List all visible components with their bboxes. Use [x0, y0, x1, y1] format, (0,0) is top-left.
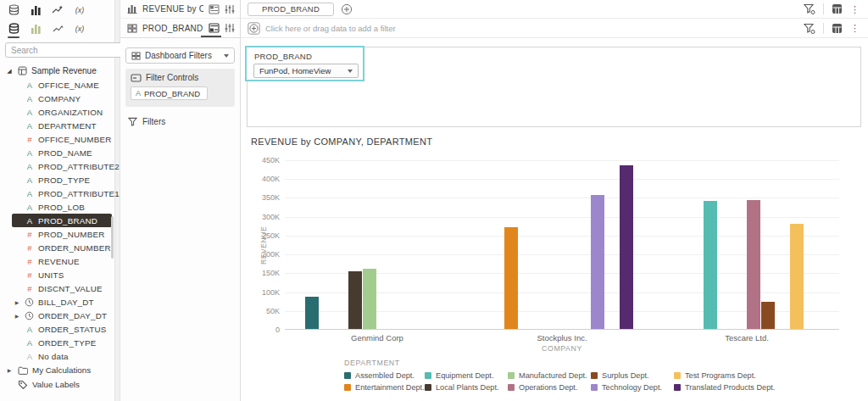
expand-caret[interactable]: ▶ [13, 299, 21, 305]
limit-values-funnel-icon[interactable] [804, 23, 815, 34]
field-list: AOFFICE_NAMEACOMPANYAORGANIZATIONADEPART… [0, 78, 114, 363]
filters-label: Filters [142, 117, 165, 126]
my-calculations-node[interactable]: ▶ My Calculations [0, 363, 114, 377]
grammar-panel-icon-active[interactable] [208, 23, 220, 34]
legend-item-equipment-dept-[interactable]: Equipment Dept. [425, 371, 493, 380]
field-prod-attribute1[interactable]: APROD_ATTRIBUTE1 [12, 187, 112, 200]
analytics-panel-icon[interactable] [51, 4, 64, 16]
value-labels-node[interactable]: Value Labels [0, 377, 114, 392]
kebab-menu-icon[interactable]: ⋮ [850, 5, 860, 14]
field-label: REVENUE [38, 257, 80, 266]
trend-tab-icon[interactable] [51, 23, 64, 35]
legend-swatch [508, 372, 515, 379]
field-units[interactable]: #UNITS [12, 268, 112, 281]
gridline [285, 160, 839, 161]
measure-icon: # [25, 270, 35, 280]
bar-translated-products-dept-[interactable] [620, 165, 633, 329]
add-canvas-filter-icon[interactable] [248, 22, 260, 35]
bar-local-plants-dept-[interactable] [348, 271, 362, 329]
field-prod-lob[interactable]: APROD_LOB [12, 200, 112, 214]
field-order-day-dt[interactable]: ▶ORDER_DAY_DT [12, 309, 112, 322]
measure-icon: # [25, 243, 35, 253]
legend-item-translated-products-dept-[interactable]: Translated Products Dept. [674, 383, 775, 392]
field-prod-name[interactable]: APROD_NAME [12, 146, 112, 159]
canvas-grid-icon[interactable] [832, 3, 843, 14]
parameters-panel-icon[interactable]: (x) [73, 4, 86, 16]
bar-chart-plot [285, 156, 839, 330]
field-label: OFFICE_NUMBER [38, 135, 111, 144]
prod-brand-control-chip[interactable]: A PROD_BRAND [131, 86, 208, 100]
legend-item-entertainment-dept-[interactable]: Entertainment Dept. [344, 383, 425, 392]
bar-manufactured-dept-[interactable] [363, 269, 376, 329]
legend-item-surplus-dept-[interactable]: Surplus Dept. [591, 371, 649, 380]
field-label: DISCNT_VALUE [38, 284, 103, 293]
bar-assembled-dept-[interactable] [305, 297, 319, 329]
field-company[interactable]: ACOMPANY [12, 92, 112, 105]
field-no-data[interactable]: ANo data [12, 349, 112, 363]
field-order-status[interactable]: AORDER_STATUS [12, 322, 112, 336]
search-input[interactable] [5, 42, 129, 58]
field-label: ORDER_DAY_DT [38, 311, 107, 320]
bar-operations-dept-[interactable] [747, 200, 760, 329]
properties-panel-icon[interactable] [224, 3, 236, 14]
field-prod-number[interactable]: #PROD_NUMBER [12, 227, 112, 241]
prod-brand-filter-control[interactable]: PROD_BRAND FunPod, HomeView [245, 46, 364, 81]
legend-item-technology-dept-[interactable]: Technology Dept. [591, 383, 662, 392]
viz-tab-prod-brand[interactable]: PROD_BRAND [120, 19, 240, 38]
scrollbar-thumb[interactable] [111, 216, 114, 259]
bar-test-programs-dept-[interactable] [790, 224, 804, 329]
dataset-expand-caret[interactable]: ◢ [5, 68, 14, 75]
field-order-type[interactable]: AORDER_TYPE [12, 336, 112, 349]
field-office-name[interactable]: AOFFICE_NAME [12, 78, 112, 92]
bar-entertainment-dept-[interactable] [504, 227, 518, 329]
canvas-grid-icon[interactable] [832, 23, 843, 34]
field-prod-brand[interactable]: APROD_BRAND [12, 214, 112, 227]
kebab-menu-icon[interactable]: ⋮ [850, 24, 860, 32]
chart-tab-icon[interactable] [29, 23, 42, 35]
legend-item-assembled-dept-[interactable]: Assembled Dept. [344, 371, 415, 380]
field-label: BILL_DAY_DT [38, 298, 94, 307]
legend-swatch [591, 372, 598, 379]
field-discnt-value[interactable]: #DISCNT_VALUE [12, 281, 112, 295]
add-filter-plus-icon[interactable] [341, 3, 353, 15]
legend-item-manufactured-dept-[interactable]: Manufactured Dept. [508, 371, 587, 380]
y-tick-label: 400K [244, 175, 280, 183]
dashboard-filters-dropdown[interactable]: Dashboard Filters [125, 47, 235, 64]
add-filter-hint[interactable]: Click here or drag data to add a filter [265, 24, 396, 33]
viz-tab-revenue[interactable]: REVENUE by COMP... [120, 0, 240, 19]
bar-surplus-dept-[interactable] [761, 302, 775, 329]
filters-section[interactable]: Filters [128, 117, 240, 126]
data-panel-icon[interactable] [7, 4, 20, 16]
field-office-number[interactable]: #OFFICE_NUMBER [12, 132, 112, 146]
attribute-icon: A [25, 94, 35, 103]
field-prod-type[interactable]: APROD_TYPE [12, 173, 112, 187]
filter-controls-title: Filter Controls [146, 73, 198, 82]
properties-panel-icon[interactable] [224, 23, 236, 34]
field-department[interactable]: ADEPARTMENT [12, 119, 112, 132]
dataset-node[interactable]: ◢ Sample Revenue [0, 63, 114, 78]
data-tab-icon-active[interactable] [7, 23, 20, 35]
legend-item-local-plants-dept-[interactable]: Local Plants Dept. [425, 383, 499, 392]
prod-brand-filter-pill[interactable]: PROD_BRAND [248, 3, 334, 16]
field-order-number[interactable]: #ORDER_NUMBER [12, 241, 112, 254]
legend-swatch [674, 372, 681, 379]
parameters-tab-icon[interactable]: (x) [73, 23, 86, 35]
field-label: ORDER_NUMBER [38, 243, 111, 253]
visualizations-panel-icon[interactable] [29, 4, 42, 16]
my-calculations-caret[interactable]: ▶ [5, 367, 14, 373]
field-revenue[interactable]: #REVENUE [12, 254, 112, 268]
filter-value-dropdown[interactable]: FunPod, HomeView [253, 64, 359, 78]
x-category-label: Tescare Ltd. [696, 333, 798, 343]
legend-item-operations-dept-[interactable]: Operations Dept. [508, 383, 577, 392]
limit-values-funnel-icon[interactable] [804, 3, 815, 14]
expand-caret[interactable]: ▶ [13, 313, 21, 319]
field-prod-attribute2[interactable]: APROD_ATTRIBUTE2 [12, 159, 112, 173]
legend-item-test-programs-dept-[interactable]: Test Programs Dept. [674, 371, 756, 380]
field-bill-day-dt[interactable]: ▶BILL_DAY_DT [12, 295, 112, 309]
field-organization[interactable]: AORGANIZATION [12, 105, 112, 119]
grammar-panel-icon[interactable] [208, 3, 220, 14]
date-icon [25, 311, 35, 320]
bar-equipment-dept-[interactable] [704, 201, 717, 329]
bar-technology-dept-[interactable] [591, 195, 604, 329]
x-axis-title: COMPANY [511, 344, 613, 353]
